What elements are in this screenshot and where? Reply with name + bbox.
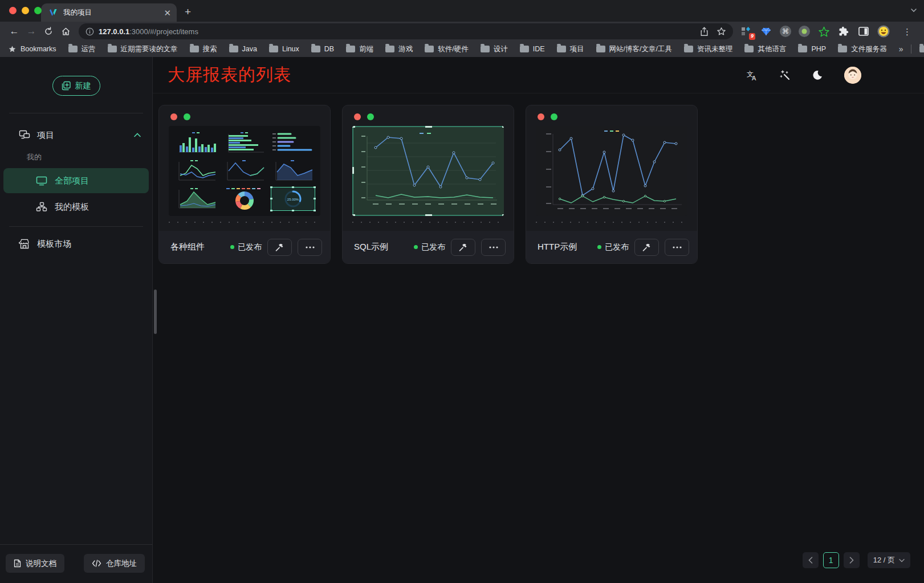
next-page-button[interactable] — [844, 552, 860, 568]
bookmark-folder[interactable]: Java — [229, 45, 257, 53]
close-window-button[interactable] — [9, 7, 17, 14]
bookmark-folder[interactable]: 搜索 — [190, 44, 217, 54]
url-bar[interactable]: 127.0.0.1:3000/#/project/items — [79, 23, 733, 39]
status-badge: 已发布 — [230, 242, 262, 252]
minimize-window-button[interactable] — [22, 7, 29, 14]
bookmark-folder[interactable]: 其他语言 — [744, 44, 786, 54]
folder-icon — [798, 46, 807, 52]
bookmark-folder[interactable]: 运营 — [68, 44, 96, 54]
bookmark-folder[interactable]: 设计 — [481, 44, 508, 54]
extension-command-icon[interactable]: ⌘ — [780, 26, 791, 37]
mini-bar-chart — [173, 131, 219, 156]
scrollbar-thumb[interactable] — [154, 290, 157, 334]
project-card[interactable]: SQL示例 已发布 — [342, 105, 514, 264]
browser-tab[interactable]: 我的项目 ✕ — [41, 3, 177, 22]
folder-icon — [744, 46, 754, 52]
other-bookmarks-folder[interactable]: 其他书签 — [919, 44, 924, 54]
bookmark-folder[interactable]: 前端 — [346, 44, 373, 54]
forward-button[interactable]: → — [23, 23, 40, 39]
chevron-down-icon — [899, 558, 905, 562]
sidebar-label-my: 我的 — [0, 148, 152, 167]
document-icon — [14, 559, 21, 568]
bookmark-star-icon[interactable] — [717, 27, 726, 36]
status-badge: 已发布 — [597, 242, 629, 252]
profile-avatar-icon[interactable] — [877, 25, 890, 38]
dark-mode-moon-icon[interactable] — [812, 70, 823, 81]
tab-search-chevron-icon[interactable] — [910, 7, 917, 14]
prev-page-button[interactable] — [803, 552, 819, 568]
sidebar-item-template-market[interactable]: 模板市场 — [0, 231, 152, 256]
extensions-puzzle-icon[interactable] — [837, 25, 850, 38]
status-dot — [597, 245, 601, 249]
folder-icon — [596, 46, 605, 52]
screens-icon — [19, 130, 30, 140]
bookmark-folder[interactable]: Linux — [269, 45, 299, 53]
mini-capsule-chart — [270, 131, 316, 156]
chevron-up-icon[interactable] — [134, 133, 141, 137]
bookmarks-bar: Bookmarks 运营 近期需要读的文章 搜索 Java Linux DB 前… — [0, 41, 924, 57]
bookmark-folder[interactable]: 资讯未整理 — [684, 44, 733, 54]
sidebar-item-all-projects[interactable]: 全部项目 — [3, 168, 149, 193]
main-content: 大屏报表的列表 文A — [153, 57, 924, 583]
language-icon[interactable]: 文A — [746, 70, 758, 81]
fullscreen-window-button[interactable] — [34, 7, 42, 14]
folder-icon — [684, 46, 693, 52]
mini-area-chart — [270, 158, 316, 184]
more-options-button[interactable] — [665, 239, 689, 256]
new-plus-icon — [62, 81, 71, 91]
folder-icon — [481, 46, 490, 52]
sidebar-group-project[interactable]: 项目 — [0, 123, 152, 148]
project-card[interactable]: 25.00% 各种组件 已发布 — [158, 105, 331, 264]
folder-icon — [919, 46, 924, 52]
bookmark-folder[interactable]: 文件服务器 — [838, 44, 887, 54]
project-thumbnail — [352, 126, 504, 216]
main-header: 大屏报表的列表 文A — [153, 57, 924, 93]
reload-button[interactable] — [40, 23, 57, 39]
bookmark-folder[interactable]: PHP — [798, 45, 826, 53]
mini-hbar-chart — [222, 131, 267, 156]
edit-hammer-button[interactable] — [634, 239, 659, 256]
bookmark-folder[interactable]: 近期需要读的文章 — [108, 44, 178, 54]
edit-hammer-button[interactable] — [451, 239, 475, 256]
user-avatar[interactable] — [844, 67, 861, 84]
side-panel-icon[interactable] — [857, 25, 870, 38]
bookmark-folder[interactable]: 网站/博客/文章/工具 — [596, 44, 672, 54]
mini-line-chart — [222, 158, 267, 184]
extension-icons: 9 ⌘ ⋮ — [740, 25, 906, 38]
more-options-button[interactable] — [298, 239, 322, 256]
tab-close-icon[interactable]: ✕ — [164, 9, 171, 17]
new-project-button[interactable]: 新建 — [52, 76, 100, 96]
sidebar-item-my-templates[interactable]: 我的模板 — [3, 194, 149, 219]
page-size-select[interactable]: 12 / 页 — [868, 552, 910, 568]
bookmarks-overflow-chevron[interactable]: » — [899, 44, 903, 54]
home-button[interactable] — [57, 23, 74, 39]
extension-star-icon[interactable] — [817, 25, 830, 38]
more-options-button[interactable] — [481, 239, 506, 256]
share-icon[interactable] — [700, 27, 709, 36]
mini-area-chart — [173, 186, 219, 211]
back-button[interactable]: ← — [6, 23, 23, 39]
current-page-button[interactable]: 1 — [823, 552, 839, 568]
extension-dot-icon[interactable] — [799, 26, 810, 37]
new-tab-button[interactable]: + — [185, 6, 191, 18]
mini-line-chart — [173, 158, 219, 184]
gauge-value: 25.00% — [287, 198, 299, 201]
edit-hammer-button[interactable] — [267, 239, 292, 256]
bookmark-folder[interactable]: 软件/硬件 — [425, 44, 468, 54]
project-card[interactable]: HTTP示例 已发布 — [526, 105, 698, 264]
extension-gem-icon[interactable] — [760, 25, 772, 38]
bookmarks-manager[interactable]: Bookmarks — [8, 45, 56, 54]
folder-icon — [190, 46, 199, 52]
site-info-icon[interactable] — [86, 27, 94, 36]
bookmark-folder[interactable]: 游戏 — [385, 44, 413, 54]
extension-grid-icon[interactable]: 9 — [740, 25, 752, 38]
chrome-menu-icon[interactable]: ⋮ — [903, 30, 906, 33]
sidebar: 新建 项目 我的 全部项目 我的模板 模板市场 说明文档 — [0, 57, 153, 583]
docs-button[interactable]: 说明文档 — [6, 554, 64, 573]
magic-wand-icon[interactable] — [779, 70, 791, 81]
bookmark-folder[interactable]: IDE — [520, 45, 545, 53]
bookmark-folder[interactable]: 项目 — [557, 44, 584, 54]
bookmark-folder[interactable]: DB — [311, 45, 334, 53]
repo-button[interactable]: 仓库地址 — [84, 554, 145, 573]
sidebar-bottom: 说明文档 仓库地址 — [0, 544, 152, 583]
